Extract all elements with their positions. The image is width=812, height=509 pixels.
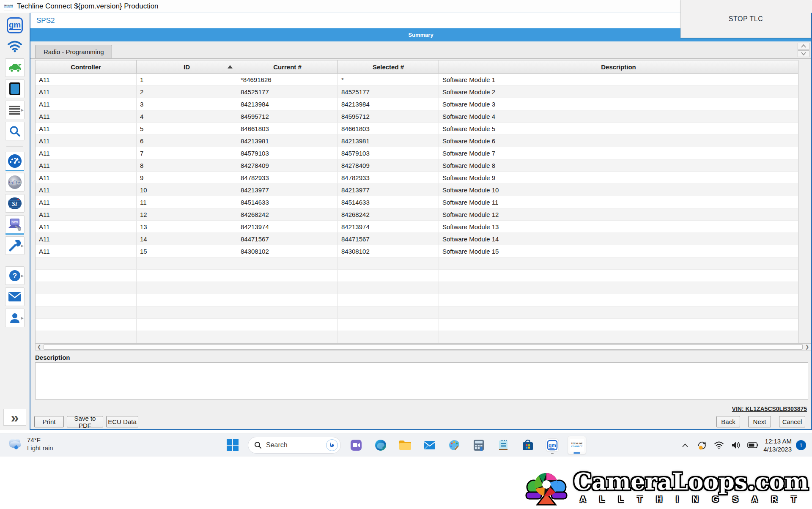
scrollbar-thumb[interactable]: [44, 344, 803, 350]
table-row[interactable]: A111*84691626*Software Module 1: [36, 74, 798, 86]
sidebar-item-help[interactable]: ? ▶: [5, 266, 25, 285]
sidebar-item-home[interactable]: gm: [5, 16, 25, 35]
taskbar-item-techline-connect[interactable]: TECHLINECONNECT: [568, 436, 586, 454]
svg-text:?: ?: [13, 272, 17, 280]
cell-id: 3: [137, 98, 237, 110]
sidebar-item-search[interactable]: [5, 122, 25, 140]
tab-radio-programming[interactable]: Radio - Programming: [36, 45, 112, 58]
taskbar-clock[interactable]: 12:13 AM 4/13/2023: [763, 437, 792, 453]
vin-link[interactable]: VIN: KL1ZA5CS0LB303875: [732, 405, 807, 412]
user-icon: [9, 312, 21, 324]
column-header-current[interactable]: Current #: [237, 60, 338, 73]
table-row[interactable]: A11148447156784471567Software Module 14: [36, 233, 798, 245]
scroll-right-button[interactable]: ❯: [804, 344, 811, 350]
table-header-row: Controller ID Current # Selected # Descr…: [36, 60, 798, 74]
sidebar-item-device[interactable]: [5, 79, 25, 98]
start-button[interactable]: [223, 436, 242, 454]
bing-chat-icon[interactable]: [326, 439, 338, 451]
weather-condition: Light rain: [27, 444, 53, 452]
sidebar-item-gds[interactable]: GDS: [5, 173, 25, 192]
sidebar-item-user[interactable]: ▶: [5, 309, 25, 327]
cell-selected: 84278409: [338, 159, 439, 172]
column-header-id[interactable]: ID: [137, 60, 237, 73]
save-to-pdf-button[interactable]: Save to PDF: [67, 416, 103, 427]
table-row[interactable]: A1148459571284595712Software Module 4: [36, 110, 798, 123]
taskbar-search[interactable]: Search: [248, 437, 341, 454]
column-header-selected[interactable]: Selected #: [338, 60, 439, 73]
taskbar-item-chat[interactable]: [347, 436, 365, 454]
sidebar-item-list[interactable]: ▶: [5, 101, 25, 119]
description-textarea[interactable]: [35, 362, 808, 400]
cell-description: Software Module 3: [439, 98, 798, 110]
taskbar-item-calculator-alt[interactable]: [469, 436, 488, 454]
taskbar-item-file-explorer[interactable]: [396, 436, 414, 454]
watermark-subtitle: A L L T H I N G S A R T: [580, 495, 802, 504]
stop-tlc-button[interactable]: STOP TLC: [680, 0, 811, 38]
next-button[interactable]: Next: [748, 416, 771, 427]
table-row[interactable]: A11138421397484213974Software Module 13: [36, 221, 798, 233]
taskbar-item-gm-app[interactable]: gm: [543, 436, 562, 454]
taskbar-item-notepad[interactable]: [494, 436, 513, 454]
table-row[interactable]: A1168421398184213981Software Module 6: [36, 135, 798, 147]
taskbar-item-edge[interactable]: [371, 436, 390, 454]
table-row[interactable]: A11108421397784213977Software Module 10: [36, 184, 798, 196]
table-row[interactable]: A11128426824284268242Software Module 12: [36, 208, 798, 221]
tray-battery-button[interactable]: [746, 439, 759, 452]
sidebar-item-sps[interactable]: SPS: [5, 215, 25, 234]
column-header-controller[interactable]: Controller: [36, 60, 137, 73]
cell-description: Software Module 8: [439, 159, 798, 172]
sidebar-item-vehicle[interactable]: [5, 58, 25, 77]
taskbar-item-store[interactable]: [518, 436, 537, 454]
taskbar-item-mail[interactable]: [420, 436, 439, 454]
cell-current: 84308102: [237, 245, 338, 257]
scroll-left-button[interactable]: ❮: [36, 344, 43, 350]
horizontal-scrollbar[interactable]: ❮ ❯: [35, 343, 811, 350]
sidebar-item-connection[interactable]: [5, 37, 25, 56]
cell-current: 84514633: [237, 196, 338, 208]
table-row[interactable]: A1138421398484213984Software Module 3: [36, 98, 798, 110]
ecu-data-button[interactable]: ECU Data: [106, 416, 138, 427]
table-row[interactable]: A11158430810284308102Software Module 15: [36, 245, 798, 257]
sidebar-item-si[interactable]: Si: [5, 194, 25, 213]
column-header-description[interactable]: Description: [439, 60, 798, 73]
tray-wifi-button[interactable]: [713, 439, 725, 452]
cell-current: 84268242: [237, 208, 338, 221]
table-row[interactable]: A1128452517784525177Software Module 2: [36, 86, 798, 98]
notification-badge[interactable]: 1: [796, 440, 806, 450]
cell-current: [237, 294, 338, 306]
cell-description: Software Module 6: [439, 135, 798, 147]
sidebar-item-tools[interactable]: ▶: [5, 236, 25, 255]
sidebar-divider: [6, 261, 23, 261]
cancel-button[interactable]: Cancel: [779, 416, 805, 427]
tray-chevron-up-button[interactable]: [679, 439, 691, 452]
back-button[interactable]: Back: [716, 416, 740, 427]
sidebar-item-mail[interactable]: [5, 287, 25, 306]
cell-id: [137, 294, 237, 306]
table-row[interactable]: A1198478293384782933Software Module 9: [36, 172, 798, 184]
taskbar-item-paint[interactable]: [445, 436, 464, 454]
sidebar-collapse-button[interactable]: »: [3, 409, 26, 426]
cell-id: 12: [137, 208, 237, 221]
windows-logo-icon: [227, 439, 239, 451]
table-row[interactable]: A1178457910384579103Software Module 7: [36, 147, 798, 159]
tray-sync-button[interactable]: [696, 439, 708, 452]
table-row[interactable]: A1158466180384661803Software Module 5: [36, 123, 798, 135]
sidebar-item-dashboard[interactable]: [5, 152, 25, 170]
tray-volume-button[interactable]: [730, 439, 742, 452]
techline-connect-icon: TECHLINECONNECT: [570, 439, 584, 452]
cell-controller: A11: [36, 86, 137, 98]
table-row[interactable]: A1188427840984278409Software Module 8: [36, 159, 798, 172]
scroll-down-button[interactable]: [798, 50, 809, 57]
cell-description: [439, 270, 798, 282]
table-row[interactable]: A11118451463384514633Software Module 11: [36, 196, 798, 208]
cell-description: [439, 282, 798, 294]
scroll-up-button[interactable]: [798, 43, 809, 50]
svg-text:GDS: GDS: [9, 179, 21, 186]
modules-table: Controller ID Current # Selected # Descr…: [35, 60, 798, 343]
cell-current: 84661803: [237, 123, 338, 135]
taskbar-weather-widget[interactable]: 74°F Light rain: [7, 436, 53, 452]
print-button[interactable]: Print: [34, 416, 64, 427]
cell-description: Software Module 2: [439, 86, 798, 98]
cameraloops-logo-icon: [521, 468, 572, 506]
cell-controller: A11: [36, 208, 137, 221]
